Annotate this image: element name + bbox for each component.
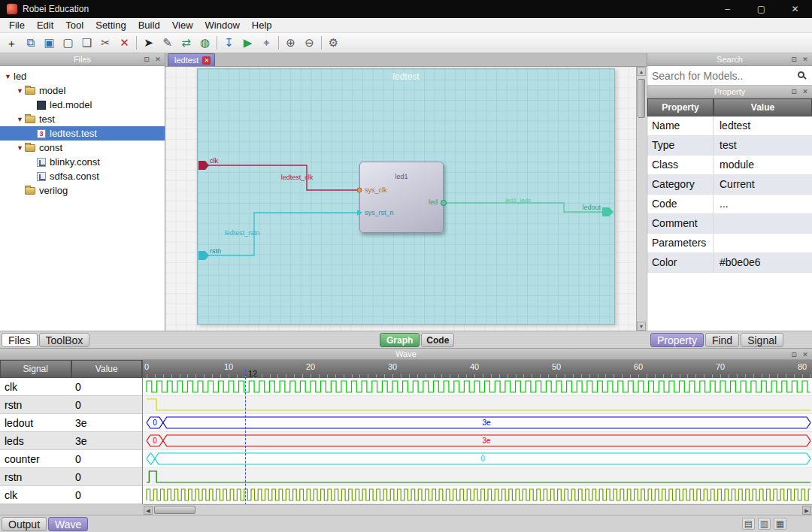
wave-cursor[interactable] [245, 370, 246, 505]
wave-signal-row-clk-0[interactable]: clk0 [0, 378, 142, 396]
tree-item-const[interactable]: ▼const [0, 141, 165, 155]
property-row-color[interactable]: Color#b0e0e6 [647, 253, 812, 273]
menu-view[interactable]: View [166, 19, 199, 32]
property-value[interactable] [714, 214, 812, 233]
bottom-tab-wave[interactable]: Wave [48, 517, 88, 531]
value-col-header[interactable]: Value [714, 98, 812, 116]
menu-setting[interactable]: Setting [89, 19, 132, 32]
waveform-row-counter-4[interactable]: 0 [143, 450, 812, 468]
wave-timeline-ruler[interactable]: 01020304050607080 [143, 360, 812, 378]
files-float-icon[interactable]: ⊡ [142, 54, 151, 65]
menu-file[interactable]: File [3, 19, 31, 32]
expander-icon[interactable]: ▼ [15, 87, 25, 95]
tree-item-verilog[interactable]: verilog [0, 183, 165, 198]
view-tab-graph[interactable]: Graph [380, 333, 420, 347]
download-icon[interactable]: ↧ [220, 35, 238, 52]
canvas-vertical-scrollbar[interactable]: ▲ ▼ [636, 67, 646, 331]
property-col-header[interactable]: Property [647, 98, 714, 116]
menu-window[interactable]: Window [199, 19, 246, 32]
delete-icon[interactable]: ✕ [115, 35, 134, 52]
menu-help[interactable]: Help [246, 19, 278, 32]
property-row-type[interactable]: Typetest [647, 136, 812, 156]
tree-item-led-model[interactable]: led.model [0, 98, 165, 112]
status-grid-icon[interactable]: ▤ [742, 518, 755, 530]
property-row-category[interactable]: CategoryCurrent [647, 175, 812, 195]
status-chart-icon[interactable]: ▥ [758, 518, 771, 530]
value-col-header-wave[interactable]: Value [71, 360, 143, 378]
view-tab-code[interactable]: Code [421, 333, 454, 347]
compile-icon[interactable]: ◍ [195, 35, 214, 52]
property-row-code[interactable]: Code... [647, 195, 812, 214]
tab-find[interactable]: Find [705, 333, 739, 347]
cursor-icon[interactable]: ➤ [139, 35, 158, 52]
wave-signal-row-rstn-1[interactable]: rstn0 [0, 396, 142, 414]
window-icon[interactable]: ❏ [77, 35, 96, 52]
property-value[interactable]: #b0e0e6 [714, 253, 812, 272]
waveform-row-rstn-1[interactable] [143, 396, 812, 414]
wave-horizontal-scrollbar[interactable]: ◀ ▶ [143, 504, 812, 515]
wave-signal-row-clk-6[interactable]: clk0 [0, 486, 142, 504]
tree-item-blinky-const[interactable]: blinky.const [0, 155, 165, 169]
tab-property[interactable]: Property [650, 333, 704, 347]
tree-item-model[interactable]: ▼model [0, 83, 165, 98]
wave-plot-area[interactable]: 03e03e0 [143, 378, 812, 504]
waveform-row-rstn-5[interactable] [143, 468, 812, 486]
property-value[interactable]: ledtest [714, 116, 812, 135]
new-file-icon[interactable]: ▢ [59, 35, 77, 52]
design-viewport[interactable]: ledtest led1 sys_clk sys_rst_n led [165, 67, 647, 331]
tab-signal[interactable]: Signal [741, 333, 783, 347]
minimize-button[interactable]: – [710, 0, 744, 18]
property-row-class[interactable]: Classmodule [647, 156, 812, 175]
wave-hscroll-thumb[interactable] [154, 506, 195, 514]
wave-signal-row-leds-3[interactable]: leds3e [0, 432, 142, 450]
edit-icon[interactable]: ✎ [158, 35, 177, 52]
property-value[interactable]: module [714, 156, 812, 174]
zoom-in-icon[interactable]: ⊕ [281, 35, 300, 52]
scroll-right-icon[interactable]: ▶ [802, 506, 811, 515]
connect-icon[interactable]: ⇄ [177, 35, 195, 52]
property-value[interactable]: ... [714, 195, 812, 213]
property-row-parameters[interactable]: Parameters [647, 234, 812, 253]
waveform-row-ledout-2[interactable]: 03e [143, 414, 812, 432]
scroll-down-icon[interactable]: ▼ [637, 322, 646, 331]
maximize-button[interactable]: ▢ [744, 0, 778, 18]
close-button[interactable]: ✕ [778, 0, 812, 18]
wave-close-icon[interactable]: ✕ [801, 349, 810, 360]
property-value[interactable]: test [714, 136, 812, 155]
cut-icon[interactable]: ✂ [96, 35, 115, 52]
property-value[interactable]: Current [714, 175, 812, 194]
search-icon[interactable] [798, 71, 804, 78]
search-input[interactable] [647, 66, 812, 85]
module-led1[interactable]: led1 sys_clk sys_rst_n led [359, 162, 444, 233]
signal-col-header[interactable]: Signal [0, 360, 71, 378]
new-icon[interactable]: + [2, 35, 21, 52]
search-float-icon[interactable]: ⊡ [789, 54, 798, 65]
wave-signal-row-ledout-2[interactable]: ledout3e [0, 414, 142, 432]
zoom-out-icon[interactable]: ⊖ [300, 35, 319, 52]
tree-item-ledtest-test[interactable]: 3ledtest.test [0, 126, 165, 141]
menu-tool[interactable]: Tool [59, 19, 89, 32]
property-float-icon[interactable]: ⊡ [789, 86, 798, 97]
property-row-name[interactable]: Nameledtest [647, 116, 812, 136]
save-icon[interactable]: ▣ [40, 35, 59, 52]
tab-ledtest[interactable]: ledtest ✕ [168, 53, 215, 66]
expander-icon[interactable]: ▼ [15, 116, 25, 123]
waveform-row-leds-3[interactable]: 03e [143, 432, 812, 450]
tree-item-test[interactable]: ▼test [0, 112, 165, 126]
tab-files[interactable]: Files [2, 333, 38, 347]
run-icon[interactable]: ▶ [238, 35, 257, 52]
find-doc-icon[interactable]: ⌖ [257, 35, 276, 52]
copy-icon[interactable]: ⧉ [21, 35, 40, 52]
waveform-row-clk-0[interactable] [143, 378, 812, 396]
search-close-icon[interactable]: ✕ [801, 54, 810, 65]
canvas-vscroll-thumb[interactable] [638, 79, 645, 118]
property-close-icon[interactable]: ✕ [801, 86, 810, 97]
bottom-tab-output[interactable]: Output [2, 517, 47, 531]
wave-signal-row-rstn-5[interactable]: rstn0 [0, 468, 142, 486]
menu-build[interactable]: Build [132, 19, 166, 32]
status-console-icon[interactable]: ▦ [774, 518, 786, 530]
scroll-up-icon[interactable]: ▲ [637, 67, 646, 76]
tab-close-icon[interactable]: ✕ [202, 56, 211, 65]
tree-item-led[interactable]: ▼led [0, 69, 165, 83]
expander-icon[interactable]: ▼ [15, 144, 25, 152]
